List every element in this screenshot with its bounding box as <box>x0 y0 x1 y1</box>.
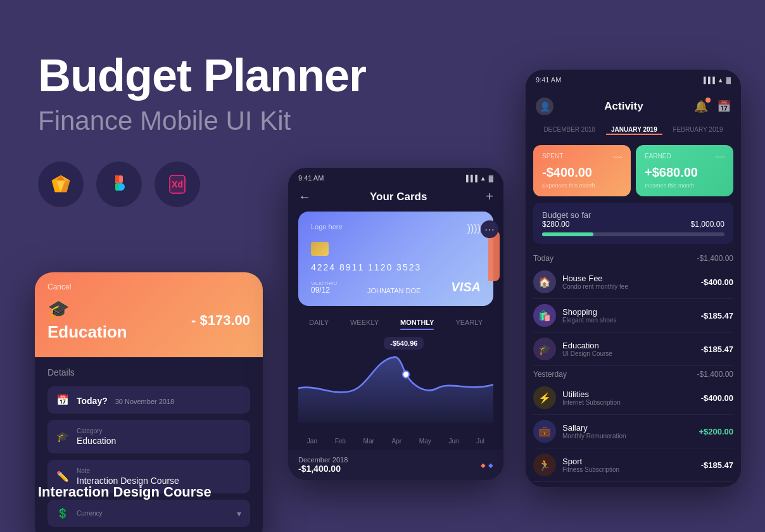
shopping-name: Shopping <box>562 307 695 317</box>
right-signal-icon: ▐▐▐ <box>702 77 715 84</box>
budget-current: $280.00 <box>542 220 569 229</box>
transaction-salary[interactable]: 💼 Sallary Monthly Remuneration +$200.00 <box>533 415 733 448</box>
shopping-info: Shopping Elegant men shoes <box>562 307 695 324</box>
dollar-icon: 💲 <box>56 507 69 519</box>
tab-weekly[interactable]: WEEKLY <box>350 316 379 329</box>
status-time: 9:41 AM <box>298 174 324 182</box>
budget-total: $1,000.00 <box>691 220 724 229</box>
status-icons: ▐▐▐ ▲ ▓ <box>464 175 493 182</box>
house-fee-name: House Fee <box>562 274 695 283</box>
credit-card: ⋯ Logo here )))) 4224 8911 1120 3523 VAL… <box>298 212 493 306</box>
figma-icon <box>96 162 142 207</box>
card-validity: VALID THRU 09/12 <box>311 281 337 294</box>
activity-header: 👤 Activity 🔔 📅 DECEMBER 2018 JANUARY 201… <box>526 86 741 145</box>
shopping-icon: 🛍️ <box>533 304 556 327</box>
card-number: 4224 8911 1120 3523 <box>311 262 481 272</box>
house-fee-sub: Condo rent monthly fee <box>562 283 695 290</box>
tab-jan-2019[interactable]: JANUARY 2019 <box>606 124 662 135</box>
phone-right: 9:41 AM ▐▐▐ ▲ ▓ 👤 Activity 🔔 📅 DECEMBER … <box>526 70 741 487</box>
tab-daily[interactable]: DAILY <box>309 316 329 329</box>
salary-name: Sallary <box>562 423 692 433</box>
budget-bar-fill <box>542 232 593 236</box>
category-field[interactable]: 🎓 Category Education <box>47 420 250 453</box>
earned-label: Earned <box>645 153 671 163</box>
category-icon: 🎓 <box>56 431 69 443</box>
back-button[interactable]: ← <box>298 189 311 204</box>
shopping-amount: -$185.47 <box>701 311 733 320</box>
notification-icon[interactable]: 🔔 <box>694 99 708 113</box>
salary-amount: +$200.00 <box>699 427 733 436</box>
budget-title: Budget so far <box>542 210 724 220</box>
add-button[interactable]: + <box>486 189 493 204</box>
house-fee-info: House Fee Condo rent monthly fee <box>562 274 695 290</box>
month-jan: Jan <box>307 438 317 445</box>
card-date: 09/12 <box>311 286 337 294</box>
transaction-utilities[interactable]: ⚡ Utilities Internet Subscription -$400.… <box>533 381 733 415</box>
page-subtitle: Finance Mobile UI Kit <box>38 106 366 136</box>
transaction-education[interactable]: 🎓 Education UI Design Course -$185.47 <box>533 332 733 366</box>
card-chip <box>311 242 329 256</box>
date-field[interactable]: 📅 Today? 30 November 2018 <box>47 386 250 414</box>
avatar[interactable]: 👤 <box>536 98 553 115</box>
shopping-sub: Elegant men shoes <box>562 317 695 324</box>
salary-info: Sallary Monthly Remuneration <box>562 423 692 440</box>
utilities-name: Utilities <box>562 390 695 399</box>
battery-icon: ▓ <box>489 175 493 182</box>
category-field-content: Category Education <box>77 428 241 446</box>
yesterday-total: -$1,400.00 <box>697 370 733 379</box>
phone-left-body: Details 📅 Today? 30 November 2018 🎓 Cate… <box>35 357 263 532</box>
month-apr: Apr <box>392 438 402 445</box>
salary-sub: Monthly Remuneration <box>562 433 692 440</box>
calendar-icon[interactable]: 📅 <box>717 99 731 113</box>
today-label: Today <box>533 254 553 263</box>
footer-amount: -$1,400.00 <box>298 464 348 474</box>
right-battery-icon: ▓ <box>726 77 731 84</box>
currency-label: Currency <box>77 510 229 517</box>
currency-field[interactable]: 💲 Currency ▾ <box>47 500 250 527</box>
transaction-house-fee[interactable]: 🏠 House Fee Condo rent monthly fee -$400… <box>533 265 733 299</box>
today-total: -$1,400.00 <box>697 254 733 263</box>
education-trans-icon: 🎓 <box>533 338 556 360</box>
cancel-text[interactable]: Cancel <box>47 282 250 291</box>
card-bottom: VALID THRU 09/12 JOHNATAN DOE VISA <box>311 280 481 294</box>
summary-cards: Spent 〰 -$400.00 Expenses this month Ear… <box>526 145 741 203</box>
utilities-sub: Internet Subscription <box>562 399 695 406</box>
education-trans-amount: -$185.47 <box>701 345 733 354</box>
utilities-amount: -$400.00 <box>701 393 733 403</box>
date-text: 30 November 2018 <box>115 398 175 405</box>
adobexd-icon: Xd <box>155 162 200 207</box>
spent-label: Spent <box>542 153 563 163</box>
card-logo-area: Logo here )))) <box>311 223 481 234</box>
sport-icon: 🏃 <box>533 453 556 476</box>
education-amount: - $173.00 <box>191 312 250 329</box>
today-label: Today? <box>77 396 108 406</box>
spent-amount: -$400.00 <box>542 165 622 180</box>
house-fee-icon: 🏠 <box>533 270 556 293</box>
tab-dec-2018[interactable]: DECEMBER 2018 <box>538 124 600 135</box>
wifi-icon: ▲ <box>480 175 486 182</box>
transaction-shopping[interactable]: 🛍️ Shopping Elegant men shoes -$185.47 <box>533 299 733 332</box>
date-value: Today? 30 November 2018 <box>77 396 241 406</box>
sport-name: Sport <box>562 457 695 466</box>
tab-monthly[interactable]: MONTHLY <box>400 316 434 329</box>
right-status-time: 9:41 AM <box>536 76 561 84</box>
card-menu-dots[interactable]: ⋯ <box>481 220 498 238</box>
status-bar: 9:41 AM ▐▐▐ ▲ ▓ <box>288 168 503 184</box>
yesterday-header: Yesterday -$1,400.00 <box>533 366 733 381</box>
transaction-sport[interactable]: 🏃 Sport Fitness Subscription -$185.47 <box>533 448 733 482</box>
details-title: Details <box>47 367 250 377</box>
tab-feb-2019[interactable]: FEBRUARY 2019 <box>667 124 728 135</box>
footer-info: December 2018 -$1,400.00 <box>298 456 348 474</box>
note-field-content: Note Interaction Design Course <box>77 467 241 486</box>
svg-rect-13 <box>119 175 123 183</box>
month-tabs: DECEMBER 2018 JANUARY 2019 FEBRUARY 2019 <box>536 120 731 140</box>
earned-desc: Incomes this month <box>645 182 724 189</box>
tab-yearly[interactable]: YEARLY <box>455 316 483 329</box>
transaction-section: Today -$1,400.00 🏠 House Fee Condo rent … <box>526 250 741 487</box>
utilities-icon: ⚡ <box>533 386 556 409</box>
wave-icon-spent: 〰 <box>613 153 622 163</box>
diamond-left-icon: ◆ <box>481 462 486 469</box>
right-status-icons: ▐▐▐ ▲ ▓ <box>702 77 731 84</box>
card-holder-name: JOHNATAN DOE <box>367 287 421 294</box>
nfc-icon: )))) <box>467 223 481 234</box>
